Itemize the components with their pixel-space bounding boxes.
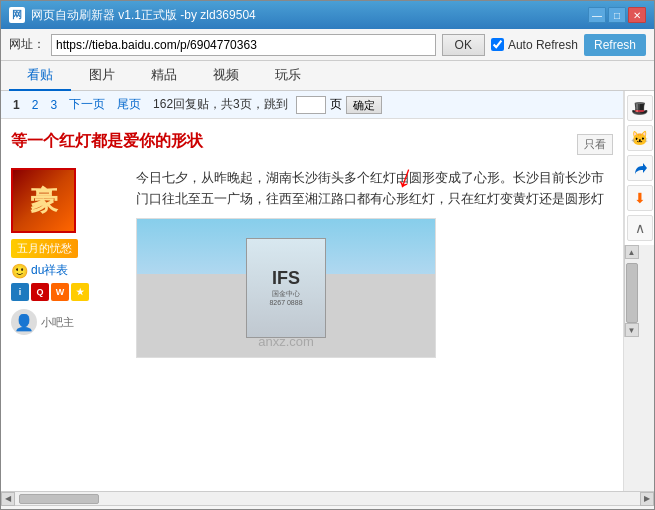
pagination-bar: 1 2 3 下一页 尾页 162回复贴，共3页，跳到 页 确定 bbox=[1, 91, 623, 119]
ifs-label: IFS bbox=[272, 269, 300, 287]
only-see-button[interactable]: 只看 bbox=[577, 134, 613, 155]
reply-info: 162回复贴，共3页，跳到 bbox=[153, 96, 288, 113]
right-panel: 🎩 🐱 ⬇ ∧ ▲ ▼ bbox=[624, 91, 654, 491]
sidebar-up-icon[interactable]: ∧ bbox=[627, 215, 653, 241]
address-input[interactable] bbox=[51, 34, 436, 56]
article-body: 豪 五月的忧愁 🙂 du祥表 i Q W ★ 👤 小吧主 bbox=[11, 168, 613, 358]
user-name-text: du祥表 bbox=[31, 262, 68, 279]
article-area: 等一个红灯都是爱你的形状 只看 豪 五月的忧愁 🙂 du祥表 i Q W bbox=[1, 119, 623, 366]
confirm-button[interactable]: 确定 bbox=[346, 96, 382, 114]
next-page-link[interactable]: 下一页 bbox=[65, 95, 109, 114]
right-sidebar: 🎩 🐱 ⬇ ∧ bbox=[624, 91, 654, 245]
icon-q: Q bbox=[31, 283, 49, 301]
scrollbar-track: ▲ ▼ bbox=[624, 245, 638, 337]
refresh-button[interactable]: Refresh bbox=[584, 34, 646, 56]
tab-kantie[interactable]: 看贴 bbox=[9, 61, 71, 91]
h-scroll-thumb[interactable] bbox=[19, 494, 99, 504]
tab-fun[interactable]: 玩乐 bbox=[257, 61, 319, 91]
icon-w: W bbox=[51, 283, 69, 301]
auto-refresh-checkbox[interactable] bbox=[491, 38, 504, 51]
mini-user-label: 小吧主 bbox=[41, 315, 74, 330]
user-avatar: 豪 bbox=[11, 168, 76, 233]
address-bar: 网址： OK Auto Refresh Refresh bbox=[1, 29, 654, 61]
article-text: 今日七夕，从昨晚起，湖南长沙街头多个红灯由圆形变成了心形。长沙目前长沙市门口往北… bbox=[136, 168, 613, 210]
sidebar-down-icon[interactable]: ⬇ bbox=[627, 185, 653, 211]
tab-video[interactable]: 视频 bbox=[195, 61, 257, 91]
sidebar-cat-icon[interactable]: 🐱 bbox=[627, 125, 653, 151]
user-name: 🙂 du祥表 bbox=[11, 262, 126, 279]
icon-star: ★ bbox=[71, 283, 89, 301]
last-page-link[interactable]: 尾页 bbox=[113, 95, 145, 114]
app-icon: 网 bbox=[9, 7, 25, 23]
web-content: 1 2 3 下一页 尾页 162回复贴，共3页，跳到 页 确定 等一个红灯都是爱… bbox=[1, 91, 624, 491]
scroll-down-button[interactable]: ▼ bbox=[625, 323, 639, 337]
h-scrollbar: ◀ ▶ bbox=[1, 491, 654, 505]
h-scroll-right-button[interactable]: ▶ bbox=[640, 492, 654, 506]
tab-elite[interactable]: 精品 bbox=[133, 61, 195, 91]
ifs-sub-text: 国金中心8267 0888 bbox=[269, 289, 302, 306]
ok-button[interactable]: OK bbox=[442, 34, 485, 56]
auto-refresh-area: Auto Refresh bbox=[491, 38, 578, 52]
user-icons-row: i Q W ★ bbox=[11, 283, 126, 301]
nav-tabs: 看贴 图片 精品 视频 玩乐 bbox=[1, 61, 654, 91]
article-user-panel: 豪 五月的忧愁 🙂 du祥表 i Q W ★ 👤 小吧主 bbox=[11, 168, 126, 358]
icon-info: i bbox=[11, 283, 29, 301]
auto-refresh-label: Auto Refresh bbox=[508, 38, 578, 52]
window-controls: — □ ✕ bbox=[588, 7, 646, 23]
page-2[interactable]: 2 bbox=[28, 97, 43, 113]
h-scroll-left-button[interactable]: ◀ bbox=[1, 492, 15, 506]
maximize-button[interactable]: □ bbox=[608, 7, 626, 23]
page-unit: 页 bbox=[330, 96, 342, 113]
minimize-button[interactable]: — bbox=[588, 7, 606, 23]
scroll-up-button[interactable]: ▲ bbox=[625, 245, 639, 259]
close-button[interactable]: ✕ bbox=[628, 7, 646, 23]
tab-picture[interactable]: 图片 bbox=[71, 61, 133, 91]
title-bar: 网 网页自动刷新器 v1.1正式版 -by zld369504 — □ ✕ bbox=[1, 1, 654, 29]
page-3[interactable]: 3 bbox=[46, 97, 61, 113]
main-content: 1 2 3 下一页 尾页 162回复贴，共3页，跳到 页 确定 等一个红灯都是爱… bbox=[1, 91, 654, 491]
article-image: IFS 国金中心8267 0888 anxz.com bbox=[136, 218, 436, 358]
sidebar-share-icon[interactable] bbox=[627, 155, 653, 181]
sidebar-hat-icon[interactable]: 🎩 bbox=[627, 95, 653, 121]
page-goto-input[interactable] bbox=[296, 96, 326, 114]
status-bar: 完成 bbox=[1, 505, 654, 510]
h-scroll-track bbox=[15, 493, 640, 505]
article-title: 等一个红灯都是爱你的形状 bbox=[11, 127, 203, 156]
user-tag: 五月的忧愁 bbox=[11, 239, 78, 258]
address-label: 网址： bbox=[9, 36, 45, 53]
scroll-thumb[interactable] bbox=[626, 263, 638, 323]
title-bar-text: 网页自动刷新器 v1.1正式版 -by zld369504 bbox=[31, 7, 588, 24]
page-1[interactable]: 1 bbox=[9, 97, 24, 113]
page-goto: 页 确定 bbox=[296, 96, 382, 114]
ifs-building: IFS 国金中心8267 0888 bbox=[246, 238, 326, 338]
